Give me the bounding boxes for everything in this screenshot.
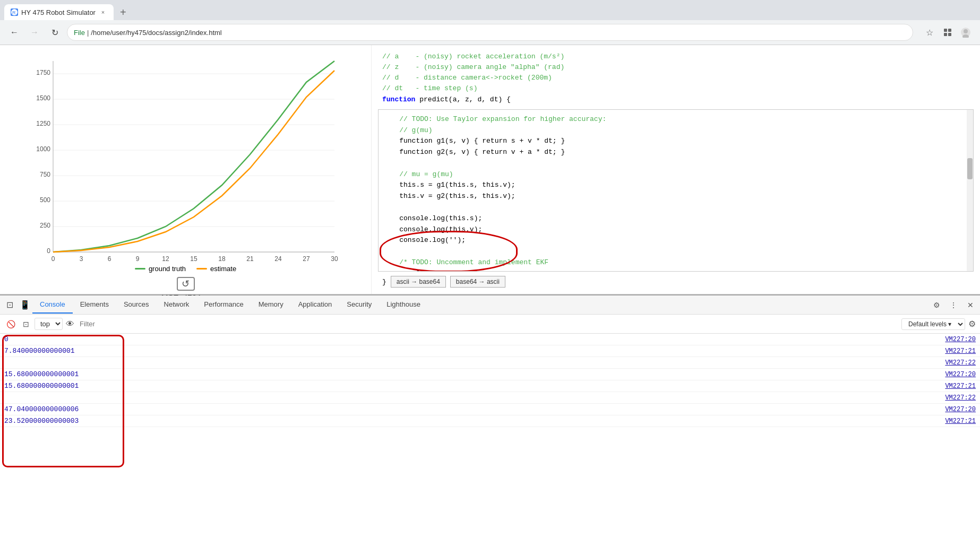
address-path: /home/user/hy475/docs/assign2/index.html [91, 29, 221, 37]
devtools-inspect-icon[interactable]: ⊡ [2, 300, 18, 310]
y-label-1250: 1250 [36, 120, 50, 127]
tab-memory[interactable]: Memory [251, 296, 291, 314]
console-clear-button[interactable]: 🚫 [4, 319, 18, 329]
console-settings-icon[interactable]: ⚙ [968, 319, 976, 329]
console-inspect-btn[interactable]: ⊡ [21, 319, 31, 329]
code-scroll-line-7: this.v = g2(this.s, this.v); [383, 191, 962, 202]
code-line-1: // a - (noisy) rocket acceleration (m/s²… [382, 51, 969, 62]
devtools-more-icon[interactable]: ⋮ [946, 298, 961, 312]
console-location-3[interactable]: VM227:21 [945, 383, 976, 390]
reload-button[interactable]: ↺ [177, 277, 195, 291]
console-value-0: 0 [4, 335, 945, 343]
code-top-section: // a - (noisy) rocket acceleration (m/s²… [378, 49, 974, 107]
svg-text:24: 24 [274, 255, 282, 263]
code-scroll-line-3: function g1(s, v) { return s + v * dt; } [383, 136, 962, 147]
svg-text:12: 12 [162, 255, 169, 263]
devtools-right-icons: ⚙ ⋮ ✕ [929, 298, 978, 312]
y-label-1750: 1750 [36, 69, 50, 76]
svg-text:21: 21 [246, 255, 254, 263]
closing-brace: } [382, 278, 386, 286]
tab-performance[interactable]: Performance [196, 296, 251, 314]
code-scroll-line-5: // mu = g(mu) [383, 169, 962, 180]
chart-svg: 0 250 500 750 1000 1250 1500 1750 [21, 50, 350, 263]
log-level-select[interactable]: Default levels ▾ [901, 318, 965, 330]
svg-text:6: 6 [107, 255, 111, 263]
filter-input[interactable] [78, 319, 898, 329]
new-tab-button[interactable]: + [116, 5, 131, 20]
console-value-4: 47.040000000000006 [4, 405, 945, 413]
extension-icon[interactable] [940, 24, 956, 40]
back-button[interactable]: ← [6, 24, 22, 40]
console-value-1: 7.840000000000001 [4, 347, 945, 355]
devtools-panel: ⊡ 📱 Console Elements Sources Network Per… [0, 294, 980, 544]
console-toolbar: 🚫 ⊡ top 👁 Default levels ▾ ⚙ [0, 315, 980, 334]
active-tab[interactable]: R HY 475 Robot Simulator × [4, 4, 114, 20]
tab-application[interactable]: Application [291, 296, 340, 314]
svg-text:3: 3 [79, 255, 83, 263]
console-row-2: 15.680000000000001 VM227:20 [0, 369, 980, 380]
tab-title: HY 475 Robot Simulator [21, 8, 96, 16]
browser-chrome: R HY 475 Robot Simulator × + ← → ↻ File … [0, 0, 980, 45]
address-separator: | [87, 29, 89, 37]
legend-ground-truth: ground truth [135, 265, 186, 273]
address-bar[interactable]: File | /home/user/hy475/docs/assign2/ind… [67, 24, 913, 41]
tab-security[interactable]: Security [339, 296, 379, 314]
console-value-5: 23.520000000000003 [4, 417, 945, 425]
y-label-1500: 1500 [36, 94, 50, 102]
tab-close-button[interactable]: × [99, 8, 107, 16]
ascii-to-base64-button[interactable]: ascii → base64 [391, 276, 446, 288]
forward-button[interactable]: → [27, 24, 42, 40]
svg-rect-5 [948, 33, 951, 36]
console-location-empty-2[interactable]: VM227:22 [945, 394, 976, 402]
tab-elements[interactable]: Elements [73, 296, 116, 314]
code-scroll-line-11: /* TODO: Uncomment and implement EKF [383, 257, 962, 268]
devtools-settings-icon[interactable]: ⚙ [929, 298, 944, 312]
console-location-5[interactable]: VM227:21 [945, 418, 976, 425]
console-row-3: 15.680000000000001 VM227:21 [0, 380, 980, 392]
console-row-0: 0 VM227:20 [0, 334, 980, 345]
bookmark-icon[interactable]: ☆ [922, 24, 938, 40]
console-location-4[interactable]: VM227:20 [945, 406, 976, 413]
base64-to-ascii-button[interactable]: base64 → ascii [450, 276, 505, 288]
console-row-empty-1: VM227:22 [0, 357, 980, 369]
console-output[interactable]: 0 VM227:20 7.840000000000001 VM227:21 VM… [0, 334, 980, 544]
code-scroll-box[interactable]: // TODO: Use Taylor expansion for higher… [378, 109, 974, 272]
ground-truth-line [53, 61, 334, 252]
refresh-button[interactable]: ↻ [47, 24, 63, 40]
context-select[interactable]: top [35, 318, 63, 330]
code-scroll-content: // TODO: Use Taylor expansion for higher… [383, 114, 962, 272]
svg-text:18: 18 [218, 255, 226, 263]
y-label-1000: 1000 [36, 145, 50, 153]
svg-rect-2 [944, 29, 947, 32]
devtools-device-icon[interactable]: 📱 [18, 300, 32, 310]
code-footer: } ascii → base64 base64 → ascii [378, 274, 974, 290]
scrollbar-track[interactable] [967, 110, 973, 271]
tab-network[interactable]: Network [157, 296, 197, 314]
code-editor-area: // a - (noisy) rocket acceleration (m/s²… [372, 45, 980, 294]
svg-text:R: R [12, 10, 16, 15]
estimate-line [53, 71, 334, 252]
code-scroll-line-8: console.log(this.s); [383, 213, 962, 224]
chart-container: 0 250 500 750 1000 1250 1500 1750 [21, 50, 350, 263]
console-value-3: 15.680000000000001 [4, 382, 945, 390]
devtools-tabs: ⊡ 📱 Console Elements Sources Network Per… [0, 296, 980, 315]
profile-icon[interactable] [958, 24, 974, 40]
console-location-empty-1[interactable]: VM227:22 [945, 359, 976, 367]
console-location-1[interactable]: VM227:21 [945, 348, 976, 355]
eye-icon[interactable]: 👁 [66, 319, 74, 329]
scrollbar-thumb[interactable] [967, 158, 973, 179]
tab-console[interactable]: Console [32, 296, 73, 314]
y-label-500: 500 [39, 196, 50, 204]
code-line-4: // dt - time step (s) [382, 83, 969, 94]
svg-text:9: 9 [135, 255, 139, 263]
console-location-0[interactable]: VM227:20 [945, 336, 976, 343]
code-scroll-line-9: console.log(this.v); [383, 224, 962, 236]
console-location-2[interactable]: VM227:20 [945, 371, 976, 378]
tab-sources[interactable]: Sources [116, 296, 157, 314]
svg-text:0: 0 [51, 255, 55, 263]
code-scroll-line-6: this.s = g1(this.s, this.v); [383, 180, 962, 191]
devtools-close-icon[interactable]: ✕ [963, 298, 978, 312]
console-row-1: 7.840000000000001 VM227:21 [0, 345, 980, 357]
legend-estimate: estimate [196, 265, 236, 273]
tab-lighthouse[interactable]: Lighthouse [379, 296, 428, 314]
